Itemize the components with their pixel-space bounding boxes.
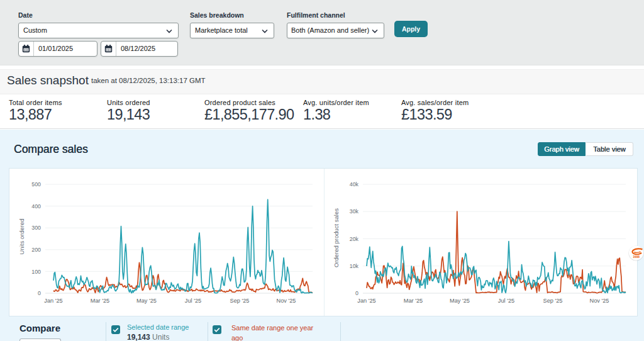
svg-text:Sep '25: Sep '25 (543, 298, 563, 304)
svg-text:0: 0 (38, 290, 41, 296)
svg-text:1688: 1688 (633, 255, 640, 259)
svg-text:May '25: May '25 (450, 298, 470, 304)
svg-text:200: 200 (31, 247, 41, 253)
svg-text:Jul '25: Jul '25 (498, 298, 514, 304)
svg-text:Nov '25: Nov '25 (277, 298, 296, 304)
svg-text:Jan '25: Jan '25 (357, 298, 375, 304)
svg-text:0: 0 (355, 290, 358, 296)
svg-text:Nov '25: Nov '25 (590, 298, 609, 304)
svg-text:20k: 20k (350, 236, 359, 242)
svg-text:Mar '25: Mar '25 (404, 298, 423, 304)
svg-text:40k: 40k (350, 181, 359, 187)
svg-text:300: 300 (31, 225, 41, 231)
svg-text:Ordered product sales: Ordered product sales (333, 208, 340, 267)
svg-text:May '25: May '25 (136, 298, 157, 304)
svg-text:Jan '25: Jan '25 (44, 298, 62, 304)
svg-text:30k: 30k (350, 208, 359, 215)
svg-text:100: 100 (31, 269, 41, 275)
svg-text:Jul '25: Jul '25 (185, 298, 201, 304)
svg-text:10k: 10k (350, 263, 359, 269)
svg-text:500: 500 (31, 181, 41, 187)
svg-text:Units ordered: Units ordered (18, 218, 25, 254)
svg-text:400: 400 (31, 203, 41, 210)
svg-text:Sep '25: Sep '25 (230, 298, 250, 304)
svg-text:Mar '25: Mar '25 (91, 298, 109, 304)
